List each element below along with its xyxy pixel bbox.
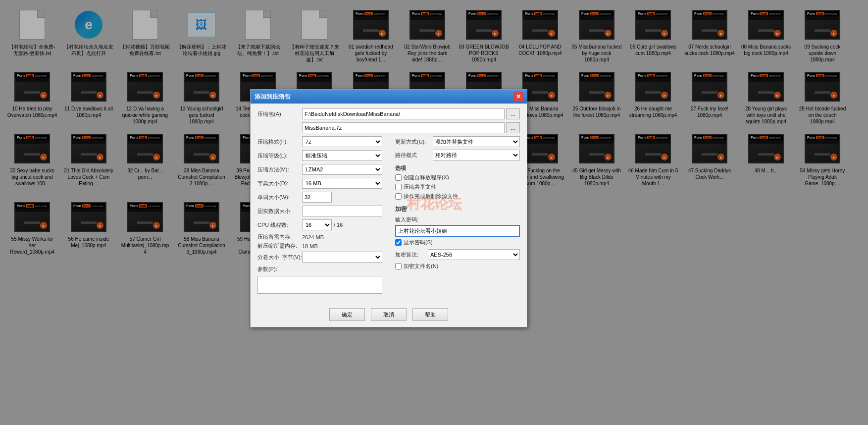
dialog-overlay: 添加到压缩包 ✕ 压缩包(A) ... ... 压 [0, 0, 868, 425]
format-label: 压缩格式(F): [257, 138, 302, 146]
params-input-row [257, 276, 382, 295]
word-label: 单词大小(W): [257, 194, 302, 201]
dict-label: 字典大小(D): [257, 180, 302, 187]
encrypt-names-label: 加密文件名(N) [404, 263, 438, 270]
cancel-button[interactable]: 取消 [371, 308, 407, 321]
split-row: 分卷大小, 字节(V): [257, 252, 382, 263]
dialog-title: 添加到压缩包 [255, 93, 290, 101]
mem-decompress-label: 解压缩所需内存: [257, 242, 302, 250]
cpu-row: CPU 线程数: 16 / 16 [257, 219, 382, 230]
level-label: 压缩等级(L): [257, 152, 302, 159]
mem-decompress-row: 解压缩所需内存: 18 MB [257, 242, 382, 250]
ok-button[interactable]: 确定 [329, 308, 365, 321]
filename-browse-button[interactable]: ... [506, 122, 520, 133]
show-pwd-checkbox[interactable] [395, 239, 402, 246]
dialog-body: 压缩包(A) ... ... 压缩格式(F): 7z [251, 104, 527, 303]
format-row: 压缩格式(F): 7z [257, 136, 382, 147]
level-select[interactable]: 标准压缩 [302, 150, 382, 161]
format-select[interactable]: 7z [302, 136, 382, 147]
cb2-label: 压缩共享文件 [404, 183, 436, 191]
cb1-checkbox[interactable] [395, 174, 402, 181]
cpu-label: CPU 线程数: [257, 221, 302, 229]
cb2-row: 压缩共享文件 [395, 183, 520, 191]
params-label: 参数(P): [257, 266, 302, 273]
dialog-left: 压缩格式(F): 7z 压缩等级(L): 标准压缩 压缩方法(M): [257, 136, 382, 298]
solid-row: 固实数据大小: [257, 206, 382, 216]
level-row: 压缩等级(L): 标准压缩 [257, 150, 382, 161]
options-title: 选项 [395, 164, 520, 172]
encrypt-title: 加密 [395, 205, 520, 213]
cb1-row: 创建自释放程序(X) [395, 174, 520, 181]
solid-label: 固实数据大小: [257, 208, 302, 215]
encrypt-names-checkbox[interactable] [395, 263, 402, 269]
cpu-max: / 16 [334, 222, 343, 228]
mem-compress-value: 2624 MB [302, 234, 324, 240]
path-input[interactable] [302, 108, 505, 119]
cb1-label: 创建自释放程序(X) [404, 174, 449, 181]
method-label: 压缩方法(M): [257, 166, 302, 173]
dialog-titlebar: 添加到压缩包 ✕ [251, 90, 527, 104]
dialog-footer: 确定 取消 帮助 [251, 303, 527, 327]
word-input[interactable] [302, 192, 332, 203]
mem-compress-label: 压缩所需内存: [257, 233, 302, 241]
pathmode-label: 路径模式 [395, 152, 430, 159]
options-section: 选项 创建自释放程序(X) 压缩共享文件 操作完成后删除源文件 [395, 164, 520, 200]
dialog-close-button[interactable]: ✕ [514, 92, 523, 101]
mem-compress-row: 压缩所需内存: 2624 MB [257, 233, 382, 241]
show-pwd-row: 显示密码(S) [395, 239, 520, 246]
password-label: 输入密码: [395, 216, 440, 223]
pathmode-row: 路径模式 相对路径 [395, 150, 520, 160]
algo-row: 加密算法: AES-256 [395, 249, 520, 260]
archive-dialog: 添加到压缩包 ✕ 压缩包(A) ... ... 压 [250, 89, 527, 327]
update-row: 更新方式(U): 添加并替换文件 [395, 136, 520, 147]
show-pwd-label: 显示密码(S) [404, 239, 433, 246]
filename-row: ... [257, 122, 520, 133]
algo-select[interactable]: AES-256 [428, 249, 520, 260]
help-button[interactable]: 帮助 [412, 308, 448, 321]
encrypt-names-row: 加密文件名(N) [395, 263, 520, 270]
cb3-row: 操作完成后删除源文件 [395, 193, 520, 200]
cpu-select[interactable]: 16 [302, 219, 332, 230]
path-browse-button[interactable]: ... [506, 108, 520, 119]
split-label: 分卷大小, 字节(V): [257, 254, 302, 261]
method-row: 压缩方法(M): LZMA2 [257, 164, 382, 175]
filename-input[interactable] [302, 122, 505, 133]
cb3-checkbox[interactable] [395, 193, 402, 200]
cb3-label: 操作完成后删除源文件 [404, 193, 458, 200]
path-row: 压缩包(A) ... [257, 108, 520, 119]
mem-decompress-value: 18 MB [302, 243, 318, 249]
solid-input[interactable] [302, 206, 382, 216]
split-select[interactable] [302, 252, 382, 263]
encrypt-section: 加密 输入密码: 显示密码(S) 加密算法: AES-256 [395, 205, 520, 270]
word-row: 单词大小(W): [257, 192, 382, 203]
params-textarea[interactable] [257, 276, 382, 294]
dialog-two-col: 压缩格式(F): 7z 压缩等级(L): 标准压缩 压缩方法(M): [257, 136, 520, 298]
pathmode-select[interactable]: 相对路径 [433, 150, 520, 160]
dialog-right: 更新方式(U): 添加并替换文件 路径模式 相对路径 选项 [387, 136, 520, 298]
dict-row: 字典大小(D): 16 MB [257, 178, 382, 189]
params-row: 参数(P): [257, 266, 382, 273]
method-select[interactable]: LZMA2 [302, 164, 382, 175]
dict-select[interactable]: 16 MB [302, 178, 382, 189]
path-label: 压缩包(A) [257, 110, 302, 118]
cb2-checkbox[interactable] [395, 184, 402, 190]
update-label: 更新方式(U): [395, 138, 430, 146]
update-select[interactable]: 添加并替换文件 [433, 136, 520, 147]
password-input[interactable] [395, 225, 520, 237]
algo-label: 加密算法: [395, 251, 425, 259]
